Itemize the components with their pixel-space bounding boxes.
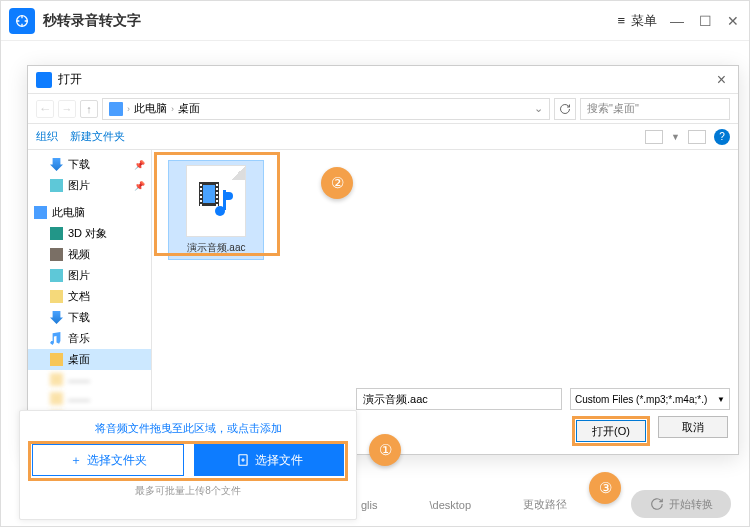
nav-videos[interactable]: 视频 <box>28 244 151 265</box>
breadcrumb-location[interactable]: 桌面 <box>178 101 200 116</box>
path-fragment: \desktop <box>429 499 471 511</box>
dialog-icon <box>36 72 52 88</box>
nav-downloads-2[interactable]: 下载 <box>28 307 151 328</box>
nav-music[interactable]: 音乐 <box>28 328 151 349</box>
annotation-highlight-open: 打开(O) <box>572 416 650 446</box>
nav-pictures-2[interactable]: 图片 <box>28 265 151 286</box>
minimize-button[interactable]: — <box>669 13 685 29</box>
nav-forward-button[interactable]: → <box>58 100 76 118</box>
breadcrumb[interactable]: › 此电脑 › 桌面 ⌄ <box>102 98 550 120</box>
nav-up-button[interactable]: ↑ <box>80 100 98 118</box>
chevron-down-icon: ▼ <box>717 395 725 404</box>
file-list-area[interactable]: 演示音频.aac <box>152 150 738 412</box>
file-open-dialog: 打开 × ← → ↑ › 此电脑 › 桌面 ⌄ 搜索"桌面" 组织 <box>27 65 739 455</box>
select-file-button[interactable]: 选择文件 <box>194 444 344 476</box>
nav-this-pc[interactable]: 此电脑 <box>28 202 151 223</box>
button-label: 选择文件夹 <box>87 452 147 469</box>
file-item[interactable]: 演示音频.aac <box>168 160 264 260</box>
file-name: 演示音频.aac <box>173 241 259 255</box>
add-files-panel: 将音频文件拖曳至此区域，或点击添加 ＋ 选择文件夹 选择文件 最多可批量上传8个… <box>19 410 357 520</box>
nav-documents[interactable]: 文档 <box>28 286 151 307</box>
hamburger-icon: ≡ <box>617 13 625 28</box>
breadcrumb-pc[interactable]: 此电脑 <box>134 101 167 116</box>
file-plus-icon <box>236 453 250 467</box>
open-button[interactable]: 打开(O) <box>576 420 646 442</box>
search-placeholder: 搜索"桌面" <box>587 101 639 116</box>
refresh-icon <box>650 497 664 511</box>
new-folder-button[interactable]: 新建文件夹 <box>70 129 125 144</box>
change-path-link[interactable]: 更改路径 <box>523 497 567 512</box>
nav-label: 下载 <box>68 157 90 172</box>
cube-icon <box>50 227 63 240</box>
pc-icon <box>34 206 47 219</box>
filetype-dropdown[interactable]: Custom Files (*.mp3;*.m4a;*.) ▼ <box>570 388 730 410</box>
document-icon <box>50 290 63 303</box>
annotation-badge-2: ② <box>321 167 353 199</box>
app-titlebar: 秒转录音转文字 ≡ 菜单 — ☐ ✕ <box>1 1 749 41</box>
button-label: 选择文件 <box>255 452 303 469</box>
preview-pane-button[interactable] <box>688 130 706 144</box>
nav-pictures[interactable]: 图片📌 <box>28 175 151 196</box>
nav-label: 下载 <box>68 310 90 325</box>
nav-3d-objects[interactable]: 3D 对象 <box>28 223 151 244</box>
button-label: 开始转换 <box>669 497 713 512</box>
menu-label: 菜单 <box>631 12 657 30</box>
navigation-pane: 下载📌 图片📌 此电脑 3D 对象 视频 图片 文档 下载 音乐 桌面 —— —… <box>28 150 152 412</box>
nav-label: 此电脑 <box>52 205 85 220</box>
view-mode-button[interactable] <box>645 130 663 144</box>
cancel-button[interactable]: 取消 <box>658 416 728 438</box>
drop-hint: 将音频文件拖曳至此区域，或点击添加 <box>32 421 344 436</box>
download-icon <box>50 311 63 324</box>
maximize-button[interactable]: ☐ <box>697 13 713 29</box>
upload-limit-hint: 最多可批量上传8个文件 <box>32 484 344 498</box>
nav-label: 3D 对象 <box>68 226 107 241</box>
pin-icon: 📌 <box>134 181 145 191</box>
nav-desktop[interactable]: 桌面 <box>28 349 151 370</box>
search-input[interactable]: 搜索"桌面" <box>580 98 730 120</box>
organize-menu[interactable]: 组织 <box>36 129 58 144</box>
nav-back-button[interactable]: ← <box>36 100 54 118</box>
app-logo-icon <box>9 8 35 34</box>
pin-icon: 📌 <box>134 160 145 170</box>
video-icon <box>50 248 63 261</box>
music-note-icon <box>213 192 235 218</box>
plus-icon: ＋ <box>70 452 82 469</box>
nav-label: 图片 <box>68 268 90 283</box>
file-thumbnail <box>186 165 246 237</box>
filetype-label: Custom Files (*.mp3;*.m4a;*.) <box>575 394 707 405</box>
select-folder-button[interactable]: ＋ 选择文件夹 <box>32 444 184 476</box>
nav-label: 音乐 <box>68 331 90 346</box>
download-icon <box>50 158 63 171</box>
refresh-button[interactable] <box>554 98 576 120</box>
start-convert-button[interactable]: 开始转换 <box>631 490 731 518</box>
folder-icon <box>50 373 63 386</box>
folder-icon <box>50 353 63 366</box>
dialog-close-button[interactable]: × <box>713 71 730 89</box>
nav-label: 文档 <box>68 289 90 304</box>
picture-icon <box>50 269 63 282</box>
dialog-title: 打开 <box>58 71 82 88</box>
close-button[interactable]: ✕ <box>725 13 741 29</box>
filename-input[interactable] <box>356 388 562 410</box>
chevron-down-icon[interactable]: ▼ <box>671 132 680 142</box>
music-icon <box>50 332 63 345</box>
nav-label: —— <box>68 374 90 386</box>
annotation-badge-1: ① <box>369 434 401 466</box>
lang-fragment: glis <box>361 499 378 511</box>
nav-label: 视频 <box>68 247 90 262</box>
chevron-down-icon[interactable]: ⌄ <box>534 102 543 115</box>
nav-downloads[interactable]: 下载📌 <box>28 154 151 175</box>
help-button[interactable]: ? <box>714 129 730 145</box>
pc-icon <box>109 102 123 116</box>
menu-button[interactable]: ≡ 菜单 <box>617 12 657 30</box>
chevron-right-icon: › <box>127 104 130 114</box>
nav-blurred-1[interactable]: —— <box>28 370 151 389</box>
nav-label: 图片 <box>68 178 90 193</box>
annotation-badge-3: ③ <box>589 472 621 504</box>
nav-label: 桌面 <box>68 352 90 367</box>
app-title: 秒转录音转文字 <box>43 12 617 30</box>
picture-icon <box>50 179 63 192</box>
chevron-right-icon: › <box>171 104 174 114</box>
